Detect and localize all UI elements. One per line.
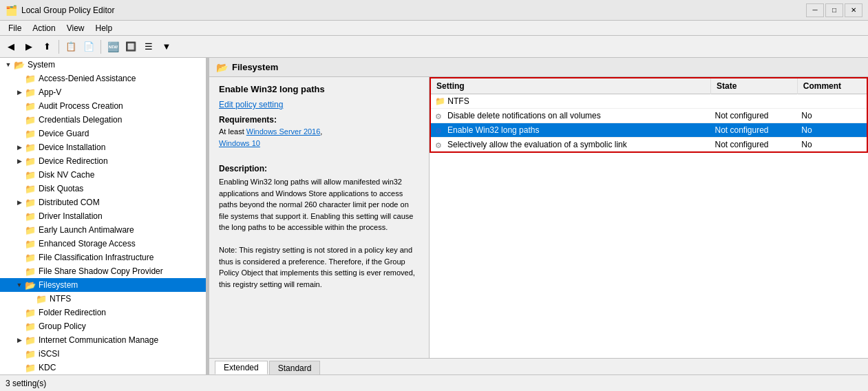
maximize-button[interactable]: □ — [825, 3, 843, 17]
title-bar: 🗂️ Local Group Policy Editor ─ □ ✕ — [0, 0, 868, 21]
tree-item-distributed-com[interactable]: ▶📁Distributed COM — [0, 196, 206, 209]
tree-expander-credentials — [14, 114, 25, 125]
tree-label-enhanced-storage: Enhanced Storage Access — [39, 239, 136, 249]
tree-label-audit-process: Audit Process Creation — [39, 101, 123, 111]
tree-label-file-share: File Share Shadow Copy Provider — [39, 266, 163, 276]
tree-folder-icon-credentials: 📁 — [25, 115, 36, 125]
windows-server-link[interactable]: Windows Server 2016 — [246, 127, 321, 136]
toolbar-forward[interactable]: ▶ — [21, 39, 37, 55]
tree-label-access-denied: Access-Denied Assistance — [39, 74, 136, 83]
tree-item-access-denied[interactable]: 📁Access-Denied Assistance — [0, 72, 206, 85]
tree-expander-device-guard — [14, 128, 25, 139]
windows-10-link[interactable]: Windows 10 — [219, 139, 260, 147]
tree-item-filesystem[interactable]: ▼📂Filesystem — [0, 278, 206, 292]
tree-folder-icon-internet-comm: 📁 — [25, 335, 36, 345]
toolbar-up[interactable]: ⬆ — [39, 39, 55, 55]
close-button[interactable]: ✕ — [845, 3, 862, 17]
tree-label-disk-nv: Disk NV Cache — [39, 170, 94, 180]
tree-item-file-share[interactable]: 📁File Share Shadow Copy Provider — [0, 264, 206, 278]
cell-setting-ntfs-row: 📁 NTFS — [430, 94, 711, 109]
toolbar-properties[interactable]: 📄 — [81, 39, 97, 55]
tree-folder-icon-system: 📂 — [14, 60, 25, 70]
tree-label-device-redirect: Device Redirection — [39, 156, 108, 166]
tree-label-credentials: Credentials Delegation — [39, 115, 122, 125]
tree-folder-icon-driver-install: 📁 — [25, 211, 36, 221]
tree-expander-system[interactable]: ▼ — [3, 59, 14, 70]
tree-folder-icon-device-redirect: 📁 — [25, 156, 36, 166]
tree-expander-audit-process — [14, 101, 25, 112]
tree-item-enhanced-storage[interactable]: 📁Enhanced Storage Access — [0, 237, 206, 251]
tree-expander-internet-comm[interactable]: ▶ — [14, 335, 25, 346]
tree-expander-distributed-com[interactable]: ▶ — [14, 197, 25, 208]
tree-item-credentials[interactable]: 📁Credentials Delegation — [0, 113, 206, 127]
tree-item-file-class[interactable]: 📁File Classification Infrastructure — [0, 251, 206, 264]
tree-item-device-redirect[interactable]: ▶📁Device Redirection — [0, 154, 206, 168]
tree-item-early-launch[interactable]: 📁Early Launch Antimalware — [0, 223, 206, 237]
tree-item-group-policy[interactable]: 📁Group Policy — [0, 319, 206, 333]
tree-folder-icon-disk-quotas: 📁 — [25, 184, 36, 193]
requirements-label: Requirements: — [219, 115, 419, 125]
menu-view[interactable]: View — [61, 22, 90, 34]
tree-expander-enhanced-storage — [14, 238, 25, 249]
table-row-ntfs-row[interactable]: 📁 NTFS — [430, 94, 867, 109]
cell-comment-enable-win32: No — [797, 123, 867, 138]
edit-policy-link[interactable]: Edit policy setting — [219, 100, 283, 109]
toolbar-new[interactable]: 🆕 — [105, 39, 121, 55]
tree-expander-filesystem[interactable]: ▼ — [14, 279, 25, 290]
toolbar-view2[interactable]: ☰ — [140, 39, 157, 55]
settings-pane[interactable]: Setting State Comment 📁 NTFS⚙Disable del… — [430, 77, 868, 358]
table-header-row: Setting State Comment — [430, 78, 867, 94]
toolbar-filter[interactable]: ▼ — [158, 39, 175, 55]
tree-expander-disk-nv — [14, 169, 25, 180]
tree-expander-kdc — [14, 362, 25, 373]
tree-item-folder-redirect[interactable]: 📁Folder Redirection — [0, 306, 206, 319]
toolbar-back[interactable]: ◀ — [3, 39, 19, 55]
status-bar: 3 setting(s) — [0, 374, 868, 391]
tree-item-disk-nv[interactable]: 📁Disk NV Cache — [0, 168, 206, 182]
tree-expander-device-install[interactable]: ▶ — [14, 142, 25, 153]
cell-state-enable-win32: Not configured — [711, 123, 798, 138]
toolbar: ◀ ▶ ⬆ 📋 📄 🆕 🔲 ☰ ▼ — [0, 36, 868, 58]
tree-expander-folder-redirect — [14, 307, 25, 318]
tree-folder-icon-file-share: 📁 — [25, 266, 36, 276]
tree-folder-icon-group-policy: 📁 — [25, 321, 36, 331]
toolbar-view1[interactable]: 🔲 — [123, 39, 139, 55]
tree-expander-group-policy — [14, 321, 25, 332]
tree-item-internet-comm[interactable]: ▶📁Internet Communication Manage — [0, 333, 206, 347]
tree-folder-icon-early-launch: 📁 — [25, 225, 36, 235]
tree-expander-ntfs — [25, 293, 36, 304]
tab-standard[interactable]: Standard — [269, 361, 321, 374]
tab-extended[interactable]: Extended — [215, 361, 268, 374]
table-row-enable-win32[interactable]: ⚙Enable Win32 long pathsNot configuredNo — [430, 123, 867, 138]
description-text: Enabling Win32 long paths will allow man… — [219, 176, 419, 290]
toolbar-sep1 — [59, 40, 59, 54]
tree-label-device-install: Device Installation — [39, 142, 105, 152]
content-area: Enable Win32 long paths Edit policy sett… — [209, 77, 868, 358]
tree-item-device-guard[interactable]: 📁Device Guard — [0, 127, 206, 140]
tree-item-app-v[interactable]: ▶📁App-V — [0, 85, 206, 99]
tree-panel[interactable]: ▼📂System📁Access-Denied Assistance▶📁App-V… — [0, 58, 207, 374]
tree-folder-icon-filesystem: 📂 — [25, 280, 36, 290]
tree-expander-app-v[interactable]: ▶ — [14, 87, 25, 98]
table-row-disable-delete[interactable]: ⚙Disable delete notifications on all vol… — [430, 109, 867, 123]
tree-label-file-class: File Classification Infrastructure — [39, 253, 154, 262]
toolbar-show-hide[interactable]: 📋 — [63, 39, 79, 55]
tree-item-driver-install[interactable]: 📁Driver Installation — [0, 209, 206, 223]
minimize-button[interactable]: ─ — [806, 3, 824, 17]
menu-help[interactable]: Help — [90, 22, 118, 34]
tree-item-kdc[interactable]: 📁KDC — [0, 361, 206, 374]
tree-item-disk-quotas[interactable]: 📁Disk Quotas — [0, 182, 206, 196]
tree-expander-device-redirect[interactable]: ▶ — [14, 156, 25, 167]
tree-item-system[interactable]: ▼📂System — [0, 58, 206, 72]
tree-item-device-install[interactable]: ▶📁Device Installation — [0, 140, 206, 154]
tree-item-iscsi[interactable]: 📁iSCSI — [0, 347, 206, 361]
tree-item-ntfs[interactable]: 📁NTFS — [0, 292, 206, 306]
tree-expander-early-launch — [14, 224, 25, 235]
cell-comment-selectively-allow: No — [797, 138, 867, 153]
tree-item-audit-process[interactable]: 📁Audit Process Creation — [0, 99, 206, 113]
menu-action[interactable]: Action — [27, 22, 61, 34]
col-comment: Comment — [797, 78, 867, 94]
cell-comment-ntfs-row — [797, 94, 867, 109]
table-row-selectively-allow[interactable]: ⚙Selectively allow the evaluation of a s… — [430, 138, 867, 153]
menu-file[interactable]: File — [3, 22, 27, 34]
